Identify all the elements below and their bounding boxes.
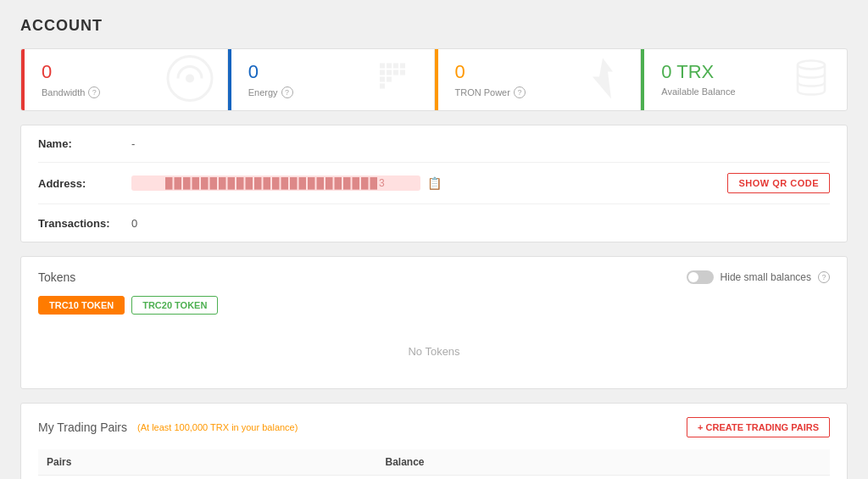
token-tabs: TRC10 TOKEN TRC20 TOKEN bbox=[38, 296, 830, 315]
bandwidth-bar bbox=[21, 49, 25, 110]
svg-rect-11 bbox=[387, 77, 392, 82]
stat-card-bandwidth: 0 Bandwidth ? bbox=[21, 49, 228, 110]
tokens-panel: Tokens Hide small balances ? TRC10 TOKEN… bbox=[20, 256, 848, 389]
stats-row: 0 Bandwidth ? 0 Energy ? bbox=[20, 48, 848, 111]
col-balance: Balance bbox=[377, 449, 830, 476]
tron-power-value: 0 bbox=[455, 61, 526, 83]
svg-rect-12 bbox=[380, 84, 385, 89]
name-value: - bbox=[131, 137, 830, 150]
transactions-row: Transactions: 0 bbox=[38, 204, 830, 242]
svg-point-14 bbox=[798, 61, 825, 70]
address-value-group: ████████████████████████3 📋 bbox=[131, 175, 727, 191]
show-qr-button[interactable]: SHOW QR CODE bbox=[727, 173, 830, 193]
hide-balances-toggle[interactable] bbox=[687, 270, 714, 284]
stat-card-tron-power: 0 TRON Power ? bbox=[435, 49, 642, 110]
svg-rect-8 bbox=[393, 70, 398, 75]
energy-label: Energy ? bbox=[248, 86, 293, 98]
name-label: Name: bbox=[38, 137, 131, 150]
bandwidth-content: 0 Bandwidth ? bbox=[38, 61, 100, 98]
balance-icon bbox=[789, 57, 833, 103]
bandwidth-label: Bandwidth ? bbox=[42, 86, 100, 98]
address-text: ████████████████████████3 bbox=[131, 175, 420, 191]
tokens-header: Tokens Hide small balances ? bbox=[38, 270, 830, 284]
account-info-panel: Name: - Address: ███████████████████████… bbox=[20, 125, 848, 242]
trading-hint: (At least 100,000 TRX in your balance) bbox=[137, 422, 298, 432]
no-tokens-message: No Tokens bbox=[38, 328, 830, 375]
trc10-tab[interactable]: TRC10 TOKEN bbox=[38, 296, 125, 315]
no-pairs-message: No Pairs bbox=[38, 476, 830, 479]
energy-value: 0 bbox=[248, 61, 293, 83]
tron-power-label: TRON Power ? bbox=[455, 86, 526, 98]
create-trading-pairs-button[interactable]: + CREATE TRADING PAIRS bbox=[687, 417, 830, 437]
col-pairs: Pairs bbox=[38, 449, 377, 476]
name-row: Name: - bbox=[38, 125, 830, 163]
trading-panel: My Trading Pairs (At least 100,000 TRX i… bbox=[20, 403, 848, 479]
address-label: Address: bbox=[38, 177, 131, 190]
balance-label: Available Balance bbox=[661, 86, 735, 97]
svg-rect-3 bbox=[387, 64, 392, 69]
tokens-title: Tokens bbox=[38, 270, 75, 284]
page-container: ACCOUNT 0 Bandwidth ? bbox=[0, 0, 868, 479]
transactions-label: Transactions: bbox=[38, 217, 131, 230]
bandwidth-help-icon[interactable]: ? bbox=[88, 86, 100, 98]
bandwidth-value: 0 bbox=[42, 61, 100, 83]
trading-header: My Trading Pairs (At least 100,000 TRX i… bbox=[38, 417, 830, 437]
svg-marker-13 bbox=[593, 58, 613, 99]
tron-power-help-icon[interactable]: ? bbox=[514, 86, 526, 98]
svg-rect-6 bbox=[380, 70, 385, 75]
energy-bar bbox=[228, 49, 231, 110]
energy-content: 0 Energy ? bbox=[245, 61, 293, 98]
address-row: Address: ████████████████████████3 📋 SHO… bbox=[38, 163, 830, 204]
bandwidth-icon bbox=[166, 55, 214, 105]
svg-rect-5 bbox=[400, 64, 405, 69]
tron-power-icon bbox=[579, 55, 626, 105]
svg-rect-9 bbox=[400, 70, 405, 75]
stat-card-balance: 0 TRX Available Balance bbox=[641, 49, 847, 110]
hide-balances-help-icon[interactable]: ? bbox=[818, 271, 830, 283]
stat-card-energy: 0 Energy ? bbox=[228, 49, 435, 110]
balance-bar bbox=[641, 49, 644, 110]
hide-balances-group: Hide small balances ? bbox=[687, 270, 830, 284]
svg-rect-7 bbox=[387, 70, 392, 75]
svg-rect-4 bbox=[393, 64, 398, 69]
energy-icon bbox=[376, 57, 420, 103]
tron-power-content: 0 TRON Power ? bbox=[452, 61, 526, 98]
energy-help-icon[interactable]: ? bbox=[281, 86, 293, 98]
trading-title: My Trading Pairs bbox=[38, 421, 127, 434]
tron-power-bar bbox=[435, 49, 438, 110]
balance-value: 0 TRX bbox=[661, 61, 735, 83]
balance-content: 0 TRX Available Balance bbox=[658, 61, 735, 97]
copy-icon[interactable]: 📋 bbox=[427, 176, 442, 190]
hide-balances-label: Hide small balances bbox=[721, 271, 811, 283]
page-title: ACCOUNT bbox=[20, 17, 848, 35]
svg-rect-10 bbox=[380, 77, 385, 82]
transactions-value: 0 bbox=[131, 217, 830, 230]
trading-title-group: My Trading Pairs (At least 100,000 TRX i… bbox=[38, 421, 298, 434]
svg-rect-2 bbox=[380, 64, 385, 69]
no-pairs-row: No Pairs bbox=[38, 476, 830, 479]
svg-point-1 bbox=[186, 75, 194, 83]
trc20-tab[interactable]: TRC20 TOKEN bbox=[131, 296, 218, 315]
trading-table: Pairs Balance No Pairs bbox=[38, 449, 830, 479]
